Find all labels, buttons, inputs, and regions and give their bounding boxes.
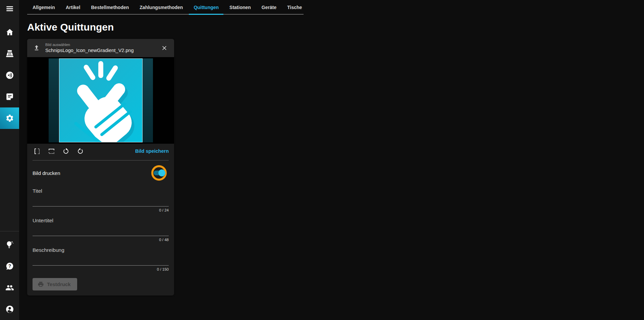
home-icon: [5, 28, 14, 37]
crop-area[interactable]: [59, 58, 143, 142]
description-field-group: Beschreibung 0 / 150: [33, 247, 169, 271]
sidebar-item-contactless[interactable]: [0, 64, 19, 86]
sidebar-item-register[interactable]: [0, 43, 19, 64]
upload-icon: [33, 44, 41, 52]
image-toolbar: Bild speichern: [27, 144, 174, 158]
sidebar-item-receipts[interactable]: [0, 86, 19, 107]
image-upload-header[interactable]: Bild auswählen SchnipsLogo_Icon_newGradi…: [27, 39, 174, 57]
upload-text-block: Bild auswählen SchnipsLogo_Icon_newGradi…: [45, 43, 134, 53]
flip-vertical-icon: [48, 148, 55, 155]
save-image-link[interactable]: Bild speichern: [135, 148, 169, 154]
subtitle-input[interactable]: [33, 228, 169, 236]
test-print-label: Testdruck: [47, 281, 71, 287]
description-label: Beschreibung: [33, 247, 169, 253]
title-input[interactable]: [33, 198, 169, 207]
title-field-group: Titel 0 / 24: [33, 188, 169, 212]
subtitle-label: Untertitel: [33, 218, 169, 224]
cash-register-icon: [5, 49, 14, 58]
close-button[interactable]: [160, 44, 169, 52]
printer-icon: [38, 281, 44, 287]
print-image-row: Bild drucken: [27, 161, 174, 183]
title-label: Titel: [33, 188, 169, 194]
sidebar-divider: [0, 231, 19, 231]
flip-horizontal-button[interactable]: [33, 147, 41, 155]
help-icon: ?: [5, 262, 14, 271]
description-input[interactable]: [33, 258, 169, 266]
tab-artikel[interactable]: Artikel: [60, 2, 86, 14]
tips-lightbulb-icon: [5, 240, 14, 249]
sidebar-bottom-group: ?: [0, 231, 19, 320]
sidebar-item-home[interactable]: [0, 21, 19, 43]
sidebar-item-settings[interactable]: [0, 107, 19, 129]
account-icon: [5, 305, 14, 314]
close-icon: [161, 45, 167, 51]
settings-gear-icon: [5, 114, 14, 123]
title-counter: 0 / 24: [33, 208, 169, 212]
tab-zahlungsmethoden[interactable]: Zahlungsmethoden: [134, 2, 188, 14]
upload-filename: SchnipsLogo_Icon_newGradient_V2.png: [45, 47, 134, 53]
print-image-label: Bild drucken: [33, 170, 60, 176]
image-dim-left: [49, 58, 59, 142]
test-print-row: Testdruck: [27, 271, 174, 295]
receipt-fields: Titel 0 / 24 Untertitel 0 / 48 Beschreib…: [27, 188, 174, 271]
print-image-toggle[interactable]: [154, 171, 164, 175]
sidebar-item-tips[interactable]: [0, 234, 19, 256]
contactless-icon: [5, 71, 14, 80]
flip-vertical-button[interactable]: [48, 147, 55, 155]
rotate-left-button[interactable]: [76, 147, 84, 155]
tab-quittungen[interactable]: Quittungen: [188, 2, 224, 14]
test-print-button[interactable]: Testdruck: [33, 278, 77, 290]
image-dim-right: [143, 58, 153, 142]
menu-icon: [5, 4, 14, 13]
description-counter: 0 / 150: [33, 267, 169, 271]
menu-button[interactable]: [0, 0, 19, 17]
users-icon: [5, 283, 14, 292]
toggle-knob: [158, 170, 165, 177]
receipt-image-card: Bild auswählen SchnipsLogo_Icon_newGradi…: [27, 39, 174, 295]
main-content: Allgemein Artikel Bestellmethoden Zahlun…: [19, 0, 644, 320]
receipt-note-icon: [5, 92, 14, 101]
sidebar-item-users[interactable]: [0, 277, 19, 299]
rotate-left-icon: [77, 148, 84, 155]
subtitle-counter: 0 / 48: [33, 238, 169, 242]
tab-geraete[interactable]: Geräte: [256, 2, 282, 14]
sidebar-item-account[interactable]: [0, 299, 19, 320]
sidebar-spacer: [0, 17, 19, 21]
settings-tabbar: Allgemein Artikel Bestellmethoden Zahlun…: [27, 0, 304, 14]
page-title: Aktive Quittungen: [27, 21, 644, 33]
tab-stationen[interactable]: Stationen: [224, 2, 256, 14]
tab-bestellmethoden[interactable]: Bestellmethoden: [86, 2, 134, 14]
tab-tische[interactable]: Tische: [282, 2, 307, 14]
snap-fingers-logo: [59, 59, 142, 142]
upload-label: Bild auswählen: [45, 43, 134, 47]
flip-horizontal-icon: [34, 148, 41, 155]
image-preview: [27, 57, 174, 144]
subtitle-field-group: Untertitel 0 / 48: [33, 218, 169, 242]
rotate-right-button[interactable]: [62, 147, 69, 155]
sidebar-item-help[interactable]: ?: [0, 256, 19, 277]
svg-text:?: ?: [8, 263, 11, 269]
sidebar: ?: [0, 0, 19, 320]
print-image-toggle-highlight: [151, 165, 167, 181]
rotate-right-icon: [62, 148, 69, 155]
tab-allgemein[interactable]: Allgemein: [27, 2, 60, 14]
